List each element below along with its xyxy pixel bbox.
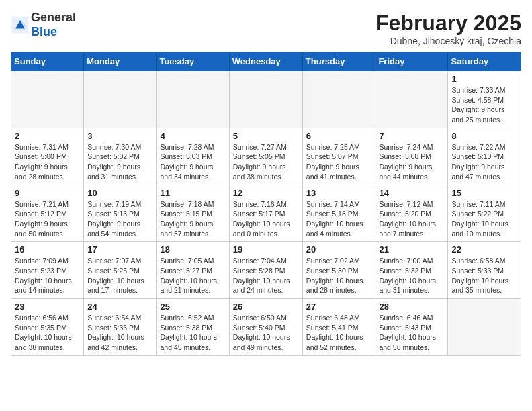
calendar-cell [157, 71, 229, 128]
day-info: Sunrise: 7:04 AM Sunset: 5:28 PM Dayligh… [233, 256, 299, 295]
day-info: Sunrise: 7:07 AM Sunset: 5:25 PM Dayligh… [87, 256, 152, 295]
weekday-header-monday: Monday [84, 52, 157, 71]
calendar-cell: 24Sunrise: 6:54 AM Sunset: 5:36 PM Dayli… [84, 299, 157, 356]
day-number: 14 [379, 188, 444, 198]
day-info: Sunrise: 7:14 AM Sunset: 5:18 PM Dayligh… [306, 199, 372, 239]
day-info: Sunrise: 6:58 AM Sunset: 5:33 PM Dayligh… [451, 256, 517, 295]
calendar-week-row: 23Sunrise: 6:56 AM Sunset: 5:35 PM Dayli… [11, 299, 521, 356]
calendar-week-row: 1Sunrise: 7:33 AM Sunset: 4:58 PM Daylig… [11, 71, 521, 128]
title-block: February 2025 Dubne, Jihocesky kraj, Cze… [375, 11, 521, 46]
day-number: 1 [451, 74, 517, 84]
day-number: 26 [233, 302, 299, 312]
day-info: Sunrise: 6:52 AM Sunset: 5:38 PM Dayligh… [160, 313, 225, 353]
day-number: 16 [15, 244, 80, 255]
day-info: Sunrise: 7:21 AM Sunset: 5:12 PM Dayligh… [15, 199, 80, 239]
day-info: Sunrise: 6:50 AM Sunset: 5:40 PM Dayligh… [233, 313, 299, 353]
day-number: 4 [160, 131, 225, 141]
calendar-cell [84, 71, 157, 128]
calendar-cell [375, 71, 448, 128]
day-info: Sunrise: 7:30 AM Sunset: 5:02 PM Dayligh… [87, 142, 152, 182]
logo-text-blue: Blue [31, 25, 57, 38]
day-info: Sunrise: 7:31 AM Sunset: 5:00 PM Dayligh… [15, 142, 80, 182]
day-number: 22 [451, 244, 517, 255]
day-number: 6 [306, 131, 372, 141]
calendar-week-row: 9Sunrise: 7:21 AM Sunset: 5:12 PM Daylig… [11, 185, 521, 242]
day-info: Sunrise: 7:00 AM Sunset: 5:32 PM Dayligh… [379, 256, 444, 295]
calendar-cell [448, 299, 521, 356]
calendar-week-row: 2Sunrise: 7:31 AM Sunset: 5:00 PM Daylig… [11, 128, 521, 185]
calendar-cell: 16Sunrise: 7:09 AM Sunset: 5:23 PM Dayli… [11, 242, 84, 299]
calendar-cell: 4Sunrise: 7:28 AM Sunset: 5:03 PM Daylig… [157, 128, 229, 185]
calendar-cell [302, 71, 375, 128]
logo: General Blue [11, 11, 76, 39]
day-info: Sunrise: 7:24 AM Sunset: 5:08 PM Dayligh… [379, 142, 444, 182]
calendar-cell [11, 71, 84, 128]
day-number: 24 [87, 302, 152, 312]
calendar-table: SundayMondayTuesdayWednesdayThursdayFrid… [11, 52, 521, 356]
page-header: General Blue February 2025 Dubne, Jihoce… [11, 11, 521, 46]
location-subtitle: Dubne, Jihocesky kraj, Czechia [375, 36, 521, 46]
day-number: 17 [87, 244, 152, 255]
calendar-cell: 28Sunrise: 6:46 AM Sunset: 5:43 PM Dayli… [375, 299, 448, 356]
calendar-cell: 7Sunrise: 7:24 AM Sunset: 5:08 PM Daylig… [375, 128, 448, 185]
day-number: 11 [160, 188, 225, 198]
calendar-cell: 5Sunrise: 7:27 AM Sunset: 5:05 PM Daylig… [229, 128, 302, 185]
calendar-cell: 25Sunrise: 6:52 AM Sunset: 5:38 PM Dayli… [157, 299, 229, 356]
logo-text-general: General [31, 11, 76, 24]
weekday-header-saturday: Saturday [448, 52, 521, 71]
day-number: 20 [306, 244, 372, 255]
day-info: Sunrise: 7:28 AM Sunset: 5:03 PM Dayligh… [160, 142, 225, 182]
weekday-header-wednesday: Wednesday [229, 52, 302, 71]
calendar-cell: 17Sunrise: 7:07 AM Sunset: 5:25 PM Dayli… [84, 242, 157, 299]
day-info: Sunrise: 7:22 AM Sunset: 5:10 PM Dayligh… [451, 142, 517, 182]
calendar-cell: 3Sunrise: 7:30 AM Sunset: 5:02 PM Daylig… [84, 128, 157, 185]
day-info: Sunrise: 7:27 AM Sunset: 5:05 PM Dayligh… [233, 142, 299, 182]
day-number: 7 [379, 131, 444, 141]
calendar-cell: 1Sunrise: 7:33 AM Sunset: 4:58 PM Daylig… [448, 71, 521, 128]
day-info: Sunrise: 7:19 AM Sunset: 5:13 PM Dayligh… [87, 199, 152, 239]
calendar-cell: 13Sunrise: 7:14 AM Sunset: 5:18 PM Dayli… [302, 185, 375, 242]
calendar-cell [229, 71, 302, 128]
weekday-header-thursday: Thursday [302, 52, 375, 71]
weekday-header-friday: Friday [375, 52, 448, 71]
month-title: February 2025 [375, 11, 521, 36]
day-number: 21 [379, 244, 444, 255]
calendar-cell: 27Sunrise: 6:48 AM Sunset: 5:41 PM Dayli… [302, 299, 375, 356]
day-info: Sunrise: 7:18 AM Sunset: 5:15 PM Dayligh… [160, 199, 225, 239]
day-number: 10 [87, 188, 152, 198]
calendar-cell: 12Sunrise: 7:16 AM Sunset: 5:17 PM Dayli… [229, 185, 302, 242]
day-number: 5 [233, 131, 299, 141]
calendar-cell: 18Sunrise: 7:05 AM Sunset: 5:27 PM Dayli… [157, 242, 229, 299]
day-info: Sunrise: 7:02 AM Sunset: 5:30 PM Dayligh… [306, 256, 372, 295]
day-info: Sunrise: 7:09 AM Sunset: 5:23 PM Dayligh… [15, 256, 80, 295]
day-number: 13 [306, 188, 372, 198]
calendar-cell: 20Sunrise: 7:02 AM Sunset: 5:30 PM Dayli… [302, 242, 375, 299]
day-number: 2 [15, 131, 80, 141]
logo-icon [11, 15, 30, 34]
day-number: 8 [451, 131, 517, 141]
calendar-cell: 19Sunrise: 7:04 AM Sunset: 5:28 PM Dayli… [229, 242, 302, 299]
day-info: Sunrise: 6:46 AM Sunset: 5:43 PM Dayligh… [379, 313, 444, 353]
calendar-cell: 9Sunrise: 7:21 AM Sunset: 5:12 PM Daylig… [11, 185, 84, 242]
day-info: Sunrise: 7:33 AM Sunset: 4:58 PM Dayligh… [451, 85, 517, 125]
calendar-cell: 15Sunrise: 7:11 AM Sunset: 5:22 PM Dayli… [448, 185, 521, 242]
calendar-cell: 22Sunrise: 6:58 AM Sunset: 5:33 PM Dayli… [448, 242, 521, 299]
day-info: Sunrise: 7:12 AM Sunset: 5:20 PM Dayligh… [379, 199, 444, 239]
day-number: 9 [15, 188, 80, 198]
day-number: 15 [451, 188, 517, 198]
day-info: Sunrise: 6:54 AM Sunset: 5:36 PM Dayligh… [87, 313, 152, 353]
day-info: Sunrise: 7:11 AM Sunset: 5:22 PM Dayligh… [451, 199, 517, 239]
day-number: 25 [160, 302, 225, 312]
day-number: 23 [15, 302, 80, 312]
weekday-header-sunday: Sunday [11, 52, 84, 71]
calendar-cell: 10Sunrise: 7:19 AM Sunset: 5:13 PM Dayli… [84, 185, 157, 242]
calendar-cell: 14Sunrise: 7:12 AM Sunset: 5:20 PM Dayli… [375, 185, 448, 242]
day-number: 12 [233, 188, 299, 198]
calendar-cell: 11Sunrise: 7:18 AM Sunset: 5:15 PM Dayli… [157, 185, 229, 242]
day-info: Sunrise: 7:16 AM Sunset: 5:17 PM Dayligh… [233, 199, 299, 239]
calendar-cell: 8Sunrise: 7:22 AM Sunset: 5:10 PM Daylig… [448, 128, 521, 185]
calendar-cell: 26Sunrise: 6:50 AM Sunset: 5:40 PM Dayli… [229, 299, 302, 356]
day-number: 3 [87, 131, 152, 141]
day-info: Sunrise: 7:25 AM Sunset: 5:07 PM Dayligh… [306, 142, 372, 182]
calendar-week-row: 16Sunrise: 7:09 AM Sunset: 5:23 PM Dayli… [11, 242, 521, 299]
